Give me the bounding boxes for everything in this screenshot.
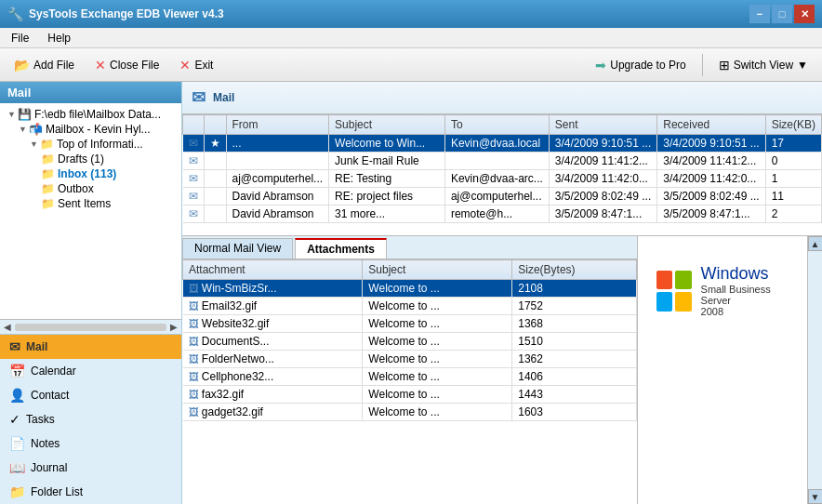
- exit-button[interactable]: ✕ Exit: [171, 54, 221, 76]
- col-from[interactable]: From: [226, 115, 329, 135]
- attachment-row[interactable]: 🖼 Email32.gif Welcome to ... 1752: [183, 298, 637, 315]
- minimize-button[interactable]: −: [749, 5, 770, 23]
- folder-icon-inbox: 📁: [41, 167, 55, 180]
- tree-item-drafts[interactable]: 📁 Drafts Drafts (1)(1): [0, 152, 181, 166]
- app-title: SysTools Exchange EDB Viewer v4.3: [29, 7, 224, 20]
- sidebar-scroll: ◀ ▶: [0, 319, 181, 334]
- bottom-section: Normal Mail View Attachments Attachment …: [182, 235, 822, 504]
- content-header: ✉ Mail: [182, 82, 822, 114]
- folder-icon-sent: 📁: [41, 197, 55, 210]
- nav-notes[interactable]: 📄 Notes: [0, 431, 181, 456]
- tree-item-inbox[interactable]: 📁 Inbox (113): [0, 166, 181, 181]
- menu-file[interactable]: File: [4, 30, 36, 46]
- sidebar: Mail ▼ 💾 F:\edb file\Mailbox Data... ▼ 📬…: [0, 82, 182, 504]
- windows-text: Windows: [701, 264, 789, 284]
- notes-nav-icon: 📄: [9, 436, 25, 451]
- attach-icon: 🖼: [189, 300, 199, 312]
- attachment-row[interactable]: 🖼 FolderNetwo... Welcome to ... 1362: [183, 351, 637, 368]
- title-bar: 🔧 SysTools Exchange EDB Viewer v4.3 − □ …: [0, 0, 822, 28]
- col-to[interactable]: To: [444, 115, 549, 135]
- col-sent[interactable]: Sent: [549, 115, 656, 135]
- col-size[interactable]: Size(KB): [765, 115, 821, 135]
- tree-item-outbox[interactable]: 📁 Outbox: [0, 181, 181, 196]
- switch-view-button[interactable]: ⊞ Switch View ▼: [710, 54, 816, 76]
- nav-tasks[interactable]: ✓ Tasks: [0, 407, 181, 431]
- nav-folder-list[interactable]: 📁 Folder List: [0, 480, 181, 504]
- expand-icon-3: ▼: [30, 139, 38, 149]
- sbs-text: Small Business Server: [701, 284, 789, 306]
- drafts-label: Drafts Drafts (1)(1): [58, 153, 104, 166]
- upgrade-button[interactable]: ➡ Upgrade to Pro: [587, 54, 694, 76]
- email-icon: ✉: [189, 172, 198, 185]
- attachment-row[interactable]: 🖼 Cellphone32... Welcome to ... 1406: [183, 368, 637, 386]
- tree-item-mailbox[interactable]: ▼ 📬 Mailbox - Kevin Hyl...: [0, 122, 181, 137]
- email-row[interactable]: ✉ Junk E-mail Rule 3/4/2009 11:41:2... 3…: [183, 153, 822, 170]
- exit-icon: ✕: [179, 58, 191, 73]
- email-icon: ✉: [189, 207, 198, 220]
- expand-icon-2: ▼: [19, 125, 27, 134]
- nav-journal[interactable]: 📖 Journal: [0, 456, 181, 480]
- tree-item-topinfo[interactable]: ▼ 📁 Top of Informati...: [0, 137, 181, 152]
- attachment-row[interactable]: 🖼 gadget32.gif Welcome to ... 1603: [183, 404, 637, 421]
- journal-nav-icon: 📖: [9, 460, 25, 475]
- attachment-row[interactable]: 🖼 fax32.gif Welcome to ... 1443: [183, 386, 637, 404]
- email-table[interactable]: From Subject To Sent Received Size(KB) ✉…: [182, 114, 822, 235]
- upgrade-icon: ➡: [595, 58, 606, 73]
- attachment-row[interactable]: 🖼 DocumentS... Welcome to ... 1510: [183, 333, 637, 351]
- folder-icon-outbox: 📁: [41, 182, 55, 195]
- scroll-left[interactable]: ◀: [4, 322, 11, 332]
- email-row[interactable]: ✉ David Abramson 31 more... remote@h... …: [183, 206, 822, 223]
- scroll-down-button[interactable]: ▼: [808, 489, 823, 504]
- tab-normal-mail[interactable]: Normal Mail View: [182, 238, 293, 259]
- folder-icon-top: 📁: [40, 138, 54, 151]
- inbox-label: Inbox (113): [58, 167, 116, 180]
- col-received[interactable]: Received: [657, 115, 765, 135]
- toolbar: 📂 Add File ✕ Close File ✕ Exit ➡ Upgrade…: [0, 48, 822, 82]
- drive-icon: 💾: [18, 108, 32, 121]
- maximize-button[interactable]: □: [772, 5, 792, 23]
- email-row[interactable]: ✉ aj@computerhel... RE: Testing Kevin@dv…: [183, 170, 822, 188]
- switch-view-dropdown-icon: ▼: [797, 59, 808, 72]
- close-file-icon: ✕: [95, 58, 106, 73]
- nav-mail[interactable]: ✉ Mail: [0, 335, 181, 359]
- attach-icon: 🖼: [189, 353, 199, 365]
- attach-icon: 🖼: [189, 371, 199, 382]
- tree-item-drive[interactable]: ▼ 💾 F:\edb file\Mailbox Data...: [0, 107, 181, 122]
- tab-attachments[interactable]: Attachments: [295, 238, 387, 259]
- email-row[interactable]: ✉ David Abramson RE: project files aj@co…: [183, 188, 822, 206]
- contact-nav-icon: 👤: [9, 388, 25, 403]
- attach-icon: 🖼: [189, 283, 199, 294]
- attachment-table[interactable]: Attachment Subject Size(Bytes) 🖼 Win-SmB…: [182, 259, 637, 504]
- menu-help[interactable]: Help: [40, 30, 78, 46]
- add-file-icon: 📂: [14, 58, 30, 73]
- attach-col-size[interactable]: Size(Bytes): [512, 260, 637, 280]
- close-file-button[interactable]: ✕ Close File: [86, 54, 167, 76]
- tree-item-sent[interactable]: 📁 Sent Items: [0, 196, 181, 211]
- attach-col-attachment[interactable]: Attachment: [183, 260, 363, 280]
- attachment-row[interactable]: 🖼 Win-SmBizSr... Welcome to ... 2108: [183, 280, 637, 298]
- tasks-nav-icon: ✓: [9, 412, 20, 427]
- email-row[interactable]: ✉ ★ ... Welcome to Win... Kevin@dvaa.loc…: [183, 135, 822, 153]
- nav-contact[interactable]: 👤 Contact: [0, 383, 181, 407]
- sidebar-header: Mail: [0, 82, 181, 103]
- app-icon: 🔧: [7, 7, 23, 21]
- attach-col-subject[interactable]: Subject: [363, 260, 512, 280]
- mailbox-icon: 📬: [29, 123, 43, 136]
- scroll-right[interactable]: ▶: [170, 322, 178, 332]
- nav-calendar[interactable]: 📅 Calendar: [0, 359, 181, 383]
- email-icon: ✉: [189, 190, 198, 203]
- attach-icon: 🖼: [189, 389, 199, 400]
- attachment-row[interactable]: 🖼 Website32.gif Welcome to ... 1368: [183, 315, 637, 333]
- attach-icon: 🖼: [189, 406, 199, 418]
- tabs: Normal Mail View Attachments: [182, 236, 637, 259]
- scroll-up-button[interactable]: ▲: [808, 236, 823, 251]
- col-icon[interactable]: [183, 115, 205, 135]
- col-flag[interactable]: [204, 115, 226, 135]
- add-file-button[interactable]: 📂 Add File: [6, 54, 83, 76]
- close-button[interactable]: ✕: [794, 5, 815, 23]
- attach-icon: 🖼: [189, 318, 199, 329]
- right-scrollbar: ▲ ▼: [807, 236, 822, 504]
- col-subject[interactable]: Subject: [329, 115, 445, 135]
- preview-panel: Windows Small Business Server 2008: [638, 236, 807, 504]
- tree-area: ▼ 💾 F:\edb file\Mailbox Data... ▼ 📬 Mail…: [0, 103, 181, 319]
